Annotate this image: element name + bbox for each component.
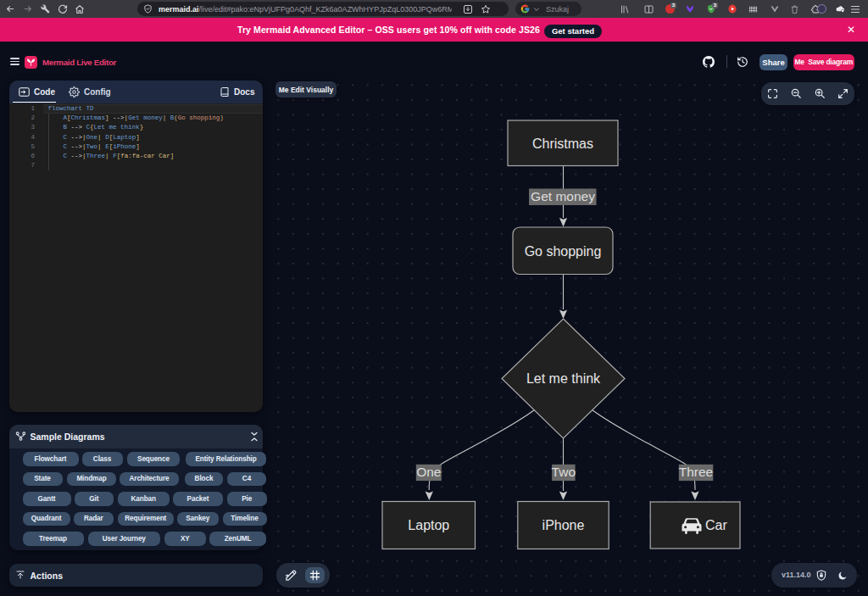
- svg-text:Christmas: Christmas: [532, 136, 593, 151]
- svg-text:iPhone: iPhone: [542, 518, 585, 532]
- svg-text:Two: Two: [552, 465, 576, 479]
- svg-text:Get money: Get money: [531, 189, 595, 203]
- svg-text:Three: Three: [679, 465, 714, 479]
- svg-text:Car: Car: [705, 518, 727, 532]
- svg-text:Laptop: Laptop: [408, 518, 449, 532]
- svg-text:One: One: [416, 465, 441, 479]
- svg-text:Go shopping: Go shopping: [525, 244, 602, 259]
- svg-text:Let me think: Let me think: [526, 371, 601, 386]
